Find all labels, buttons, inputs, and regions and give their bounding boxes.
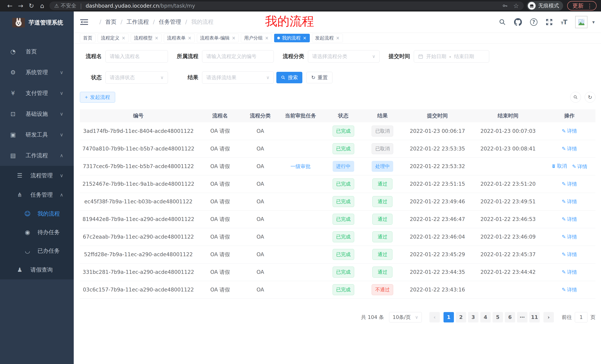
close-icon[interactable]: ×	[336, 35, 340, 41]
avatar-caret-icon[interactable]: ▾	[592, 19, 595, 25]
security-indicator[interactable]: ⚠ 不安全	[54, 2, 76, 9]
process-def-input[interactable]: 请输入流程定义的编号	[202, 50, 274, 63]
sidebar-item[interactable]: ▤ 工作流程 ∧	[0, 145, 74, 166]
close-icon[interactable]: ×	[265, 35, 269, 41]
sidebar-item[interactable]: ¥ 支付管理 ∨	[0, 83, 74, 104]
tab[interactable]: 我的流程 ×	[274, 34, 310, 42]
key-icon[interactable]	[502, 3, 508, 9]
tab[interactable]: 首页	[80, 34, 95, 42]
sidebar-item[interactable]: ☺ 我的流程	[0, 204, 74, 223]
page-button[interactable]: 4	[480, 312, 491, 322]
chevron-down-icon: ∨	[160, 75, 164, 80]
status-select[interactable]: 请选择状态 ∨	[105, 71, 168, 84]
row-end-time: 2022-01-22 23:46:53	[473, 211, 543, 228]
sidebar-collapse-icon[interactable]	[80, 19, 88, 25]
app-title: 芋道管理系统	[29, 19, 63, 27]
breadcrumb-item[interactable]: 我的流程	[181, 18, 213, 26]
sidebar-item[interactable]: ▣ 研发工具 ∨	[0, 124, 74, 145]
sidebar-item[interactable]: ⚙ 系统管理 ∨	[0, 62, 74, 83]
goto-page-input[interactable]: 1	[575, 312, 587, 322]
close-icon[interactable]: ×	[122, 35, 125, 41]
breadcrumb-item[interactable]: 工作流程	[116, 18, 149, 26]
row-end-time: 2022-01-22 23:51:20	[473, 175, 543, 193]
placeholder: 请选择状态	[110, 74, 135, 81]
row-id: ec45f38f-7b9a-11ec-b03b-acde48001122	[80, 193, 197, 211]
page-button[interactable]: 3	[468, 312, 478, 322]
tab[interactable]: 流程模型 ×	[131, 34, 161, 42]
browser-menu-icon[interactable]: ⋮	[587, 3, 592, 9]
reset-button[interactable]: ↻ 重置	[306, 72, 332, 83]
detail-link[interactable]: ✎ 详情	[562, 145, 577, 152]
sidebar-item[interactable]: ♟ 请假查询	[0, 260, 74, 279]
fullscreen-icon[interactable]	[546, 19, 553, 26]
page-button[interactable]: 11	[529, 312, 540, 322]
detail-link[interactable]: ✎ 详情	[562, 251, 577, 258]
search-icon[interactable]	[499, 19, 506, 26]
refresh-table-button[interactable]: ↻	[585, 92, 595, 103]
tab[interactable]: 用户分组 ×	[241, 34, 272, 42]
browser-forward-icon[interactable]: →	[15, 2, 26, 10]
current-task-link[interactable]: 一级审批	[290, 163, 311, 170]
close-icon[interactable]: ×	[232, 35, 235, 41]
row-end-time	[473, 281, 543, 298]
browser-update-button[interactable]: 更新 ⋮	[567, 1, 597, 10]
tab[interactable]: 流程表单-编辑 ×	[197, 34, 239, 42]
page-button[interactable]: 2	[456, 312, 466, 322]
search-button[interactable]: 搜索	[276, 72, 302, 83]
row-submit-time: 2022-01-22 23:46:04	[402, 228, 473, 246]
github-icon[interactable]	[514, 18, 522, 26]
sidebar-item[interactable]: ◡ 已办任务	[0, 241, 74, 260]
app-logo-row[interactable]: 芋道管理系统	[0, 11, 74, 34]
toggle-search-button[interactable]	[570, 92, 581, 103]
breadcrumb-item[interactable]: 首页	[95, 18, 116, 26]
process-name-input[interactable]: 请输入流程名	[105, 50, 168, 63]
page-button[interactable]: 6	[505, 312, 515, 322]
font-size-icon[interactable]: тT	[561, 18, 567, 26]
status-badge: 已完成	[333, 284, 354, 295]
sidebar-item[interactable]: ☰ 流程管理 ∨	[0, 166, 74, 185]
tab-label: 流程表单-编辑	[200, 35, 230, 41]
tab[interactable]: 流程定义 ×	[98, 34, 129, 42]
detail-link[interactable]: ✎ 详情	[562, 181, 577, 187]
column-header: 状态	[324, 109, 363, 122]
category-select[interactable]: 请选择流程分类 ∨	[308, 50, 380, 63]
browser-home-icon[interactable]: ⌂	[37, 2, 48, 10]
detail-link[interactable]: ✎ 详情	[562, 287, 577, 293]
detail-link[interactable]: ✎ 详情	[562, 269, 577, 276]
sidebar-item[interactable]: ⊡ 基础设施 ∨	[0, 104, 74, 124]
address-bar[interactable]: ⚠ 不安全 | dashboard.yudao.iocoder.cn /bpm/…	[50, 1, 524, 10]
submit-time-range-picker[interactable]: 开始日期 - 结束日期	[414, 50, 489, 63]
browser-back-icon[interactable]: ←	[4, 2, 15, 10]
result-select[interactable]: 请选择流结果 ∨	[202, 71, 274, 84]
detail-link[interactable]: ✎ 详情	[562, 128, 577, 134]
sidebar-item[interactable]: ◔ 首页	[0, 41, 74, 62]
cancel-link[interactable]: 取消	[551, 163, 567, 169]
page-button[interactable]: 1	[443, 312, 454, 322]
close-icon[interactable]: ×	[303, 35, 307, 41]
detail-link[interactable]: ✎ 详情	[562, 198, 577, 205]
detail-link[interactable]: ✎ 详情	[572, 163, 587, 170]
help-icon[interactable]: ?	[530, 18, 538, 26]
column-header: 结果	[363, 109, 402, 122]
chevron-down-icon: ∨	[372, 54, 375, 59]
create-process-button[interactable]: + 发起流程	[80, 92, 115, 103]
page-button[interactable]: 5	[492, 312, 503, 322]
tab[interactable]: 流程表单 ×	[164, 34, 195, 42]
tab[interactable]: 发起流程 ×	[312, 34, 343, 42]
next-page-button[interactable]: ›	[543, 312, 554, 322]
sidebar-item[interactable]: ◉ 待办任务	[0, 223, 74, 241]
bookmark-star-icon[interactable]: ☆	[513, 2, 519, 10]
detail-link[interactable]: ✎ 详情	[562, 234, 577, 240]
browser-reload-icon[interactable]: ↻	[26, 2, 37, 10]
avatar[interactable]	[575, 16, 587, 28]
prev-page-button[interactable]: ‹	[429, 312, 440, 322]
pencil-icon: ✎	[562, 287, 566, 293]
breadcrumb-item[interactable]: 任务管理	[149, 18, 181, 26]
sidebar-item[interactable]: ⋔ 任务管理 ∧	[0, 185, 74, 204]
result-badge: 通过	[372, 267, 392, 278]
close-icon[interactable]: ×	[155, 35, 159, 41]
page-size-select[interactable]: 10条/页 ∨	[389, 312, 422, 322]
page-button[interactable]: ⋯	[517, 312, 527, 322]
close-icon[interactable]: ×	[188, 35, 191, 41]
detail-link[interactable]: ✎ 详情	[562, 216, 577, 223]
